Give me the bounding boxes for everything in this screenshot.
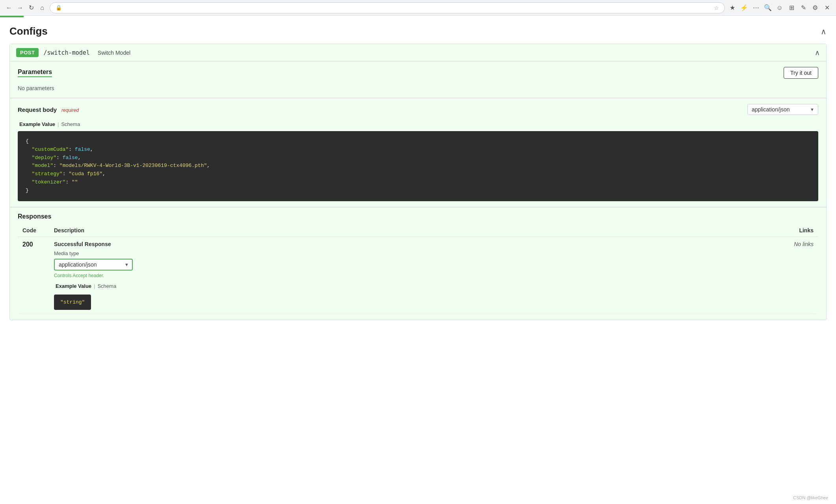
profile-icon[interactable]: ☺: [775, 4, 784, 12]
example-value-tab[interactable]: Example Value: [18, 120, 57, 128]
content-type-select[interactable]: application/json: [747, 104, 818, 115]
response-links-cell: No links: [628, 237, 818, 314]
required-badge: required: [61, 107, 79, 113]
home-button[interactable]: ⌂: [38, 4, 46, 12]
apps-icon[interactable]: ⊞: [787, 4, 796, 12]
response-code: 200: [22, 241, 33, 248]
endpoint-path: /switch-model: [43, 49, 89, 56]
parameters-section: Parameters Try it out No parameters: [10, 61, 826, 98]
close-icon[interactable]: ✕: [823, 4, 831, 12]
table-row: 200 Successful Response Media type appli…: [18, 237, 818, 314]
endpoint-collapse-button[interactable]: ∧: [815, 48, 820, 57]
request-body-section: Request body required application/json E…: [10, 98, 826, 207]
lock-icon: 🔒: [56, 5, 62, 11]
endpoint-header: POST /switch-model Switch Model ∧: [10, 44, 826, 61]
star-icon: ☆: [714, 5, 719, 11]
response-description-title: Successful Response: [54, 241, 623, 247]
request-body-title-group: Request body required: [18, 106, 79, 113]
schema-tab[interactable]: Schema: [59, 120, 82, 128]
content-type-select-wrapper[interactable]: application/json: [747, 104, 818, 115]
response-description-cell: Successful Response Media type applicati…: [49, 237, 628, 314]
no-params-text: No parameters: [18, 81, 818, 94]
search-icon[interactable]: 🔍: [764, 4, 772, 12]
tab-divider: |: [58, 121, 59, 127]
responses-title: Responses: [18, 213, 818, 220]
responses-table-header-row: Code Description Links: [18, 224, 818, 237]
responses-section: Responses Code Description Links 200: [10, 208, 826, 320]
bookmark-icon[interactable]: ✎: [799, 4, 808, 12]
controls-accept-text: Controls Accept header.: [54, 273, 623, 278]
browser-bar: ← → ↻ ⌂ 🔒 http://127.0.0.1:2777/docs#/Co…: [0, 0, 836, 16]
url-input[interactable]: http://127.0.0.1:2777/docs#/Configs/swit…: [64, 5, 712, 11]
response-example-value-tab[interactable]: Example Value: [54, 282, 93, 290]
browser-controls: ← → ↻ ⌂: [5, 4, 46, 12]
no-links-text: No links: [632, 241, 814, 247]
reload-button[interactable]: ↻: [27, 4, 35, 12]
section-collapse-button[interactable]: ∧: [821, 27, 827, 36]
method-badge: POST: [16, 48, 39, 57]
col-description: Description: [49, 224, 628, 237]
response-tab-divider: |: [94, 283, 95, 289]
browser-icons: ★ ⚡ ⋯ 🔍 ☺ ⊞ ✎ ⚙ ✕: [728, 4, 831, 12]
back-button[interactable]: ←: [5, 4, 13, 12]
response-tabs: Example Value | Schema: [54, 282, 623, 290]
request-body-tabs: Example Value | Schema: [18, 120, 818, 128]
page-content: Configs ∧ POST /switch-model Switch Mode…: [0, 17, 836, 328]
section-title-row: Configs ∧: [9, 25, 827, 37]
extensions-icon[interactable]: ⚡: [740, 4, 749, 12]
settings-icon[interactable]: ⚙: [811, 4, 819, 12]
response-schema-tab[interactable]: Schema: [96, 282, 118, 290]
page-title: Configs: [9, 25, 48, 37]
endpoint-block: POST /switch-model Switch Model ∧ Parame…: [9, 44, 827, 320]
forward-button[interactable]: →: [16, 4, 24, 12]
parameters-header: Parameters Try it out: [18, 67, 818, 79]
parameters-title: Parameters: [18, 69, 52, 77]
media-type-select[interactable]: application/json: [54, 259, 133, 271]
request-body-code-block: { "customCuda": false, "deploy": false, …: [18, 131, 818, 201]
favorites-icon[interactable]: ★: [728, 4, 737, 12]
address-bar[interactable]: 🔒 http://127.0.0.1:2777/docs#/Configs/sw…: [50, 2, 725, 13]
request-body-title: Request body: [18, 106, 57, 113]
col-links: Links: [628, 224, 818, 237]
media-type-select-wrapper[interactable]: application/json: [54, 259, 133, 271]
response-example-block: "string": [54, 295, 91, 310]
media-type-label: Media type: [54, 250, 623, 256]
endpoint-header-left: POST /switch-model Switch Model: [16, 48, 130, 57]
request-body-header: Request body required application/json: [18, 104, 818, 115]
responses-table: Code Description Links 200 Successful Re…: [18, 224, 818, 314]
endpoint-description: Switch Model: [98, 50, 130, 56]
menu-icon[interactable]: ⋯: [752, 4, 760, 12]
col-code: Code: [18, 224, 49, 237]
try-it-out-button[interactable]: Try it out: [784, 67, 818, 79]
response-code-cell: 200: [18, 237, 49, 314]
